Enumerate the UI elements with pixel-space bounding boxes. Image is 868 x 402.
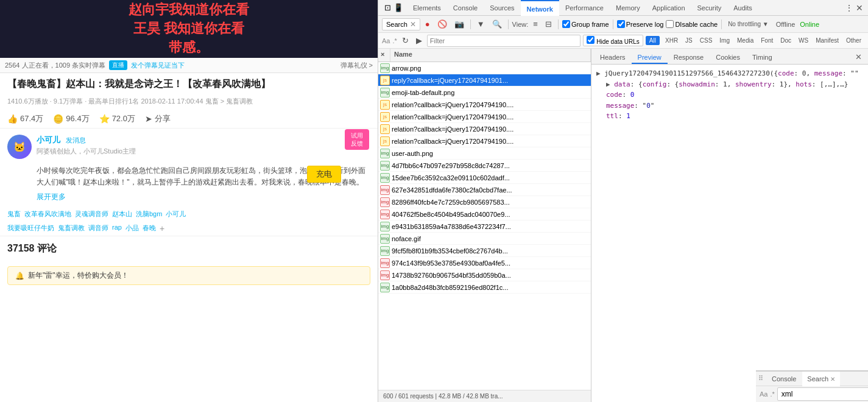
devtools-close-btn[interactable]: ✕ — [853, 3, 866, 13]
share-stat[interactable]: ➤ 分享 — [145, 113, 171, 124]
request-item[interactable]: js relation?callback=jQuery17204794190..… — [378, 99, 591, 111]
tab-audits[interactable]: Audits — [727, 0, 758, 16]
request-item[interactable]: img user-auth.png — [378, 147, 591, 160]
tag-ghost[interactable]: 鬼畜 — [7, 210, 21, 219]
tab-memory[interactable]: Memory — [610, 0, 646, 16]
filter-doc[interactable]: Doc — [777, 37, 794, 44]
hide-data-urls-input[interactable] — [587, 36, 595, 44]
tab-network[interactable]: Network — [521, 0, 559, 16]
tag-tuner[interactable]: 调音师 — [88, 224, 108, 233]
group-frame-input[interactable] — [562, 20, 570, 28]
hide-data-urls-label[interactable]: Hide data URLs — [583, 35, 643, 46]
gift-label[interactable]: 弹幕礼仪 > — [340, 61, 373, 70]
tab-headers[interactable]: Headers — [594, 52, 632, 64]
coins-stat[interactable]: 🪙 96.4万 — [53, 113, 89, 124]
request-item[interactable]: img 627e342851dfda6fe7380c2fa0cbd7fae... — [378, 184, 591, 196]
request-item-selected[interactable]: js reply?callback=jQuery172047941901... — [378, 74, 591, 86]
request-item[interactable]: img 974c143f9b953e3785e4930baf0a4fe5... — [378, 257, 591, 269]
filter-input[interactable] — [427, 35, 581, 47]
author-name[interactable]: 小可儿 — [37, 135, 60, 144]
tab-elements[interactable]: Elements — [407, 0, 447, 16]
bottom-tab-console[interactable]: Console — [767, 372, 801, 386]
col-x[interactable]: × — [378, 49, 390, 62]
request-item[interactable]: img 404762f5be8c4504b495adc040070e9... — [378, 208, 591, 220]
filter-media[interactable]: Media — [734, 37, 757, 44]
request-item[interactable]: img e9431b631859a4a7838d6e4372234f7... — [378, 220, 591, 233]
tag-bgm[interactable]: 洗脑bgm — [136, 210, 162, 219]
clear-btn[interactable]: 🚫 — [435, 18, 450, 30]
tab-performance[interactable]: Performance — [559, 0, 610, 16]
tag-sketch[interactable]: 小品 — [125, 224, 139, 233]
request-item[interactable]: img 1a0bb8a2d48b3fcb8592196ed802f1c... — [378, 281, 591, 294]
tag-adjust[interactable]: 鬼畜调教 — [58, 224, 85, 233]
close-panel-btn[interactable]: ✕ — [852, 50, 866, 64]
filter-btn[interactable]: ▼ — [475, 18, 487, 30]
search-btn[interactable]: 🔍 — [490, 18, 504, 30]
disable-cache-input[interactable] — [666, 20, 674, 28]
tag-author2[interactable]: 小可儿 — [166, 210, 186, 219]
tag-spring[interactable]: 春晚 — [143, 224, 156, 233]
filter-ws[interactable]: WS — [796, 37, 811, 44]
request-item[interactable]: img 15dee7b6c3592ca32e09110c602dadf... — [378, 172, 591, 184]
request-item[interactable]: img 4d7fbb6c47b097e297b958c8dc74287... — [378, 160, 591, 172]
disable-cache-checkbox[interactable]: DIsable cache — [666, 20, 718, 28]
tab-response[interactable]: Response — [668, 52, 710, 64]
device-icon[interactable]: 📱 — [393, 3, 403, 12]
bottom-search-input[interactable] — [777, 387, 868, 401]
request-item[interactable]: img 14738b92760b90675d4bf35dd059b0a... — [378, 269, 591, 281]
preserve-log-checkbox[interactable]: Preserve log — [617, 20, 664, 28]
tag-add-btn[interactable]: + — [160, 224, 164, 233]
filter-arrow-btn[interactable]: ▶ — [414, 35, 425, 46]
danmu-label[interactable]: 发个弹幕见证当下 — [131, 61, 185, 70]
tab-timing[interactable]: Timing — [746, 52, 778, 64]
tag-milk[interactable]: 我要吸旺仔牛奶 — [7, 224, 54, 233]
notification-bar[interactable]: 🔔 新年"雷"幸运，特价购大会员！ — [7, 266, 370, 285]
search-tab-close[interactable]: ✕ — [410, 20, 416, 29]
filter-js[interactable]: JS — [682, 37, 696, 44]
request-item[interactable]: js relation?callback=jQuery17204794190..… — [378, 135, 591, 147]
devtools-more-btn[interactable]: ⋮ — [845, 3, 853, 13]
tag-reform[interactable]: 改革春风吹满地 — [24, 210, 71, 219]
request-item[interactable]: js relation?callback=jQuery17204794190..… — [378, 111, 591, 123]
data-expand-icon[interactable]: ▶ — [606, 80, 610, 88]
filter-css[interactable]: CSS — [697, 37, 716, 44]
group-frame-checkbox[interactable]: Group frame — [562, 20, 609, 28]
request-item[interactable]: img 9fcf5fb8f01b9fb3534cbef08c2767d4b... — [378, 245, 591, 257]
preserve-log-input[interactable] — [617, 20, 625, 28]
camera-btn[interactable]: 📷 — [452, 18, 467, 30]
expand-btn[interactable]: 展开更多 — [0, 192, 378, 207]
record-btn[interactable]: ● — [423, 18, 432, 30]
tab-security[interactable]: Security — [691, 0, 728, 16]
view-large-btn[interactable]: ⊟ — [543, 18, 554, 30]
charge-button[interactable]: 充电 — [307, 166, 341, 183]
request-item[interactable]: img arrow.png — [378, 62, 591, 74]
tag-rap[interactable]: rap — [112, 224, 122, 233]
request-item[interactable]: img emoji-tab-default.png — [378, 86, 591, 99]
expand-icon[interactable]: ▶ — [596, 69, 601, 77]
send-message-btn[interactable]: 发消息 — [66, 136, 86, 144]
request-item[interactable]: img noface.gif — [378, 233, 591, 245]
no-throttle-btn[interactable]: No throttling ▼ — [725, 19, 771, 29]
tab-sources[interactable]: Sources — [484, 0, 520, 16]
tab-console[interactable]: Console — [447, 0, 484, 16]
request-item[interactable]: img 82896ff40fcb4e7c7259cb9805697583... — [378, 196, 591, 208]
filter-img[interactable]: Img — [716, 37, 733, 44]
request-item[interactable]: js relation?callback=jQuery17204794190..… — [378, 123, 591, 135]
inspect-icon[interactable]: ⊡ — [384, 3, 391, 12]
try-feedback-btn[interactable]: 试用 反馈 — [345, 129, 369, 150]
likes-stat[interactable]: 👍 67.4万 — [7, 113, 43, 124]
bottom-search-close[interactable]: ✕ — [830, 376, 835, 383]
filter-xhr[interactable]: XHR — [662, 37, 681, 44]
filter-refresh-btn[interactable]: ↻ — [400, 35, 411, 46]
filter-all-btn[interactable]: All — [646, 36, 660, 45]
view-list-btn[interactable]: ≡ — [531, 18, 540, 30]
tag-soul[interactable]: 灵魂调音师 — [75, 210, 108, 219]
tab-cookies[interactable]: Cookies — [710, 52, 746, 64]
bottom-tab-search[interactable]: Search ✕ — [802, 372, 840, 386]
filter-manifest[interactable]: Manifest — [813, 37, 842, 44]
tab-preview[interactable]: Preview — [632, 52, 668, 64]
favorites-stat[interactable]: ⭐ 72.0万 — [99, 113, 135, 124]
tab-application[interactable]: Application — [646, 0, 691, 16]
filter-other[interactable]: Other — [843, 37, 864, 44]
filter-font[interactable]: Font — [758, 37, 776, 44]
